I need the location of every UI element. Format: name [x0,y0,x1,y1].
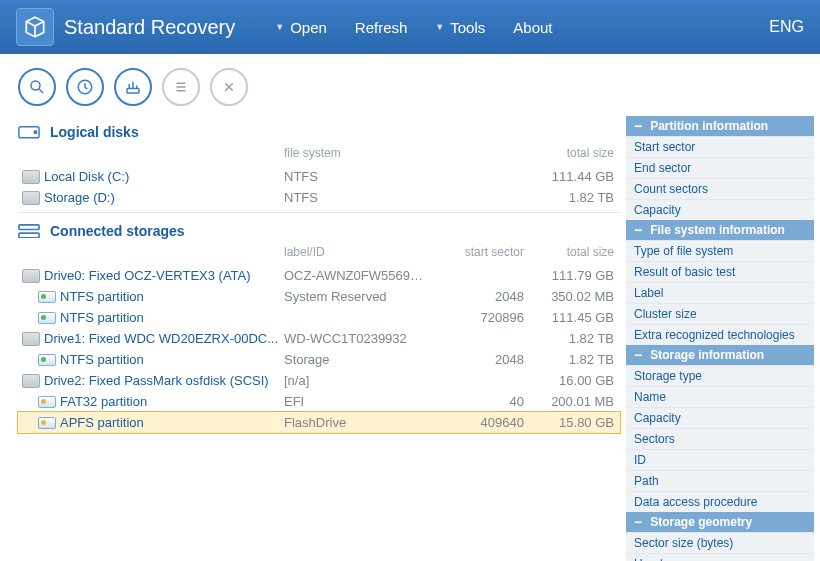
side-group-header[interactable]: −Partition information [626,116,814,136]
side-info-item: Cluster size [626,303,814,324]
drive-icon [18,332,44,346]
app-title: Standard Recovery [64,16,235,39]
tool-scan-button[interactable] [18,68,56,106]
list-item[interactable]: Local Disk (C:) NTFS 111.44 GB [18,166,620,187]
partition-size: 1.82 TB [524,352,614,367]
app-header: Standard Recovery ▼Open Refresh ▼Tools A… [0,0,820,54]
app-logo-icon [16,8,54,46]
side-info-item: Type of file system [626,240,814,261]
language-selector[interactable]: ENG [769,18,804,36]
drive-name: Drive0: Fixed OCZ-VERTEX3 (ATA) [44,268,284,283]
partition-row[interactable]: APFS partition FlashDrive 409640 15.80 G… [18,412,620,433]
tool-close-button[interactable] [210,68,248,106]
svg-rect-2 [127,89,139,94]
collapse-icon: − [634,348,642,362]
side-info-item: ID [626,449,814,470]
drive-label: OCZ-AWNZ0FW55696... [284,268,424,283]
section-logical-disks: Logical disks [18,116,620,146]
tool-diagnose-button[interactable] [66,68,104,106]
svg-point-0 [31,81,40,90]
partition-start-sector: 2048 [424,352,524,367]
partition-name: NTFS partition [60,310,284,325]
section-title: Logical disks [50,124,620,140]
side-info-item: Capacity [626,199,814,220]
connected-storages-icon [18,223,40,239]
partition-icon [18,396,60,408]
side-info-item: Start sector [626,136,814,157]
partition-label: FlashDrive [284,415,424,430]
svg-point-4 [34,131,37,134]
menu-about[interactable]: About [513,19,552,36]
side-group-header[interactable]: −Storage geometry [626,512,814,532]
side-group-header[interactable]: −Storage information [626,345,814,365]
caret-down-icon: ▼ [275,22,284,32]
disk-name: Storage (D:) [44,190,284,205]
storage-column-titles: label/IDstart sectortotal size [18,245,620,265]
partition-name: NTFS partition [60,352,284,367]
partition-name: APFS partition [60,415,284,430]
drive-row[interactable]: Drive1: Fixed WDC WD20EZRX-00DC... WD-WC… [18,328,620,349]
logical-disks-icon [18,124,40,140]
drive-name: Drive2: Fixed PassMark osfdisk (SCSI) [44,373,284,388]
drive-name: Drive1: Fixed WDC WD20EZRX-00DC... [44,331,284,346]
partition-name: NTFS partition [60,289,284,304]
side-info-item: Count sectors [626,178,814,199]
drive-size: 1.82 TB [524,331,614,346]
partition-row[interactable]: NTFS partition Storage 2048 1.82 TB [18,349,620,370]
disk-size: 1.82 TB [524,190,614,205]
disk-size: 111.44 GB [524,169,614,184]
side-group-title: Partition information [650,119,768,133]
list-item[interactable]: Storage (D:) NTFS 1.82 TB [18,187,620,208]
partition-row[interactable]: NTFS partition 720896 111.45 GB [18,307,620,328]
drive-size: 111.79 GB [524,268,614,283]
collapse-icon: − [634,119,642,133]
drive-size: 16.00 GB [524,373,614,388]
side-info-item: Capacity [626,407,814,428]
partition-label: System Reserved [284,289,424,304]
disk-name: Local Disk (C:) [44,169,284,184]
toolbar [0,54,820,116]
partition-name: FAT32 partition [60,394,284,409]
partition-icon [18,354,60,366]
side-group-header[interactable]: −File system information [626,220,814,240]
menu-tools[interactable]: ▼Tools [435,19,485,36]
tool-list-button[interactable] [162,68,200,106]
drive-icon [18,269,44,283]
partition-label: Storage [284,352,424,367]
partition-label: EFI [284,394,424,409]
drive-row[interactable]: Drive0: Fixed OCZ-VERTEX3 (ATA) OCZ-AWNZ… [18,265,620,286]
partition-size: 350.02 MB [524,289,614,304]
partition-start-sector: 2048 [424,289,524,304]
partition-start-sector: 40 [424,394,524,409]
partition-row[interactable]: FAT32 partition EFI 40 200.01 MB [18,391,620,412]
menu-open[interactable]: ▼Open [275,19,327,36]
partition-size: 200.01 MB [524,394,614,409]
partition-row[interactable]: NTFS partition System Reserved 2048 350.… [18,286,620,307]
side-group-title: Storage geometry [650,515,752,529]
side-info-item: Data access procedure [626,491,814,512]
section-connected-storages: Connected storages [18,215,620,245]
info-side-panel: −Partition informationStart sectorEnd se… [626,116,814,561]
disk-icon [18,170,44,184]
storage-list-pane: Logical disks file systemtotal size Loca… [18,116,620,561]
disk-fs: NTFS [284,169,424,184]
main-area: Logical disks file systemtotal size Loca… [0,116,820,561]
side-info-item: Label [626,282,814,303]
svg-rect-5 [19,225,39,230]
side-info-item: Result of basic test [626,261,814,282]
drive-label: WD-WCC1T0239932 [284,331,424,346]
tool-build-button[interactable] [114,68,152,106]
side-group-title: Storage information [650,348,764,362]
svg-rect-6 [19,233,39,238]
side-info-item: Sector size (bytes) [626,532,814,553]
partition-icon [18,417,60,429]
logical-column-titles: file systemtotal size [18,146,620,166]
caret-down-icon: ▼ [435,22,444,32]
disk-fs: NTFS [284,190,424,205]
section-title: Connected storages [50,223,620,239]
side-info-item: Name [626,386,814,407]
drive-label: [n/a] [284,373,424,388]
menu-refresh[interactable]: Refresh [355,19,408,36]
drive-row[interactable]: Drive2: Fixed PassMark osfdisk (SCSI) [n… [18,370,620,391]
partition-start-sector: 720896 [424,310,524,325]
